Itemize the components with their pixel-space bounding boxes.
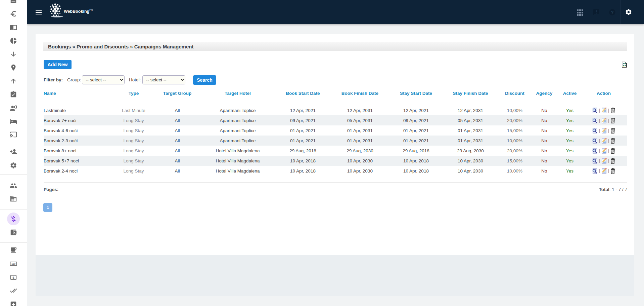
svg-text:100: 100 xyxy=(11,263,15,265)
svg-text:$: $ xyxy=(12,276,14,279)
svg-text:?: ? xyxy=(611,10,613,15)
